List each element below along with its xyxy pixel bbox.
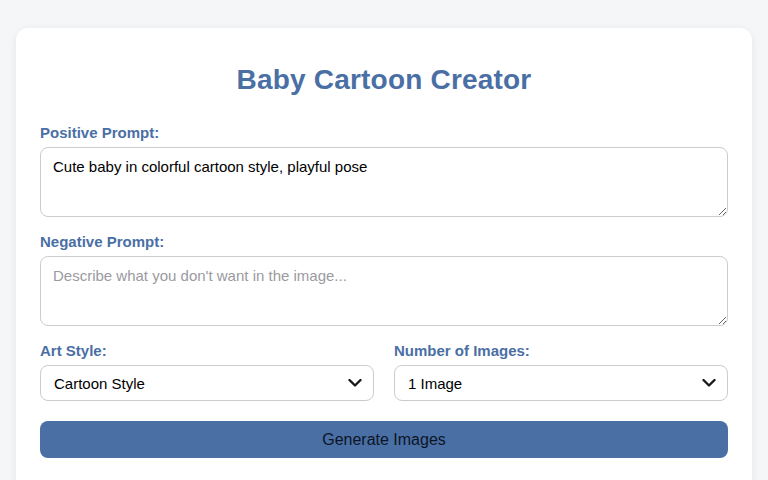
negative-prompt-group: Negative Prompt: [40, 233, 728, 326]
number-of-images-group: Number of Images: 1 Image [394, 342, 728, 401]
controls-row: Art Style: Cartoon Style Number of Image… [40, 342, 728, 401]
art-style-select-wrap: Cartoon Style [40, 365, 374, 401]
art-style-group: Art Style: Cartoon Style [40, 342, 374, 401]
page-background: { "header": { "title": "Baby Cartoon Cre… [0, 0, 768, 480]
positive-prompt-input[interactable]: Cute baby in colorful cartoon style, pla… [40, 147, 728, 217]
negative-prompt-label: Negative Prompt: [40, 233, 728, 250]
generate-images-button[interactable]: Generate Images [40, 421, 728, 458]
negative-prompt-input[interactable] [40, 256, 728, 326]
art-style-select[interactable]: Cartoon Style [40, 365, 374, 401]
page-title: Baby Cartoon Creator [40, 64, 728, 96]
number-of-images-label: Number of Images: [394, 342, 728, 359]
number-of-images-select-wrap: 1 Image [394, 365, 728, 401]
number-of-images-select[interactable]: 1 Image [394, 365, 728, 401]
main-card: Baby Cartoon Creator Positive Prompt: Cu… [16, 28, 752, 480]
art-style-label: Art Style: [40, 342, 374, 359]
positive-prompt-group: Positive Prompt: Cute baby in colorful c… [40, 124, 728, 217]
positive-prompt-label: Positive Prompt: [40, 124, 728, 141]
